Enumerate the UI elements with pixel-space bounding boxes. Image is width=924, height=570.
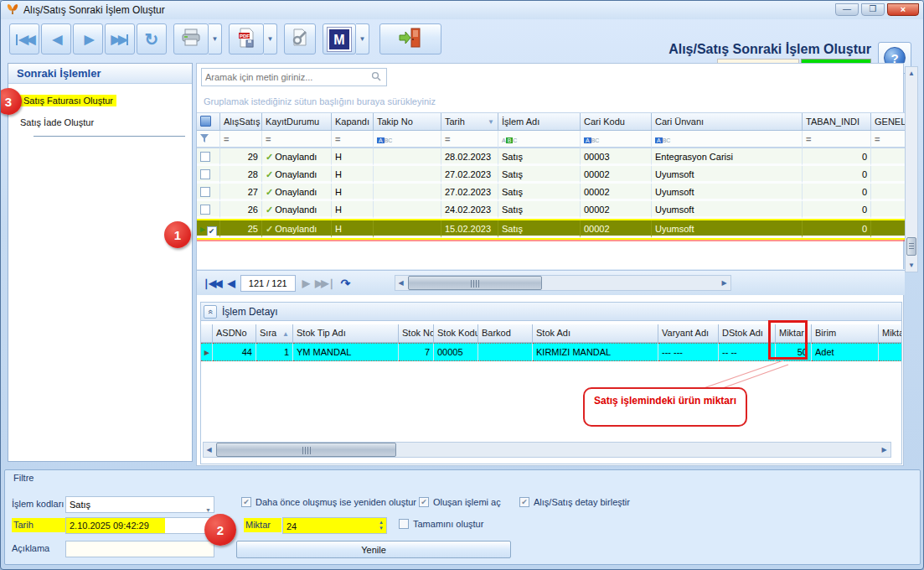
merge-detail-checkbox[interactable]: Alış/Satış detay birleştir: [519, 497, 630, 507]
vertical-scrollbar[interactable]: ▲ ▼: [905, 66, 918, 272]
column-header[interactable]: Kapandı: [332, 113, 374, 131]
detail-scroll-left-icon[interactable]: ◀: [204, 443, 214, 457]
column-header[interactable]: Stok Tip Adı: [293, 324, 399, 343]
column-header[interactable]: Varyant Adı: [658, 324, 719, 343]
grid-cell[interactable]: 00002: [581, 201, 652, 219]
grid-cell[interactable]: 00002: [581, 220, 652, 238]
grid-cell[interactable]: H: [332, 220, 374, 238]
islem-kodlari-combobox[interactable]: Satış ▼: [65, 496, 214, 513]
collapse-panel-button[interactable]: «: [204, 305, 217, 319]
sidebar-item-create-sales-return[interactable]: Satış İade Oluştur: [20, 117, 192, 127]
checkbox-icon[interactable]: [241, 497, 251, 507]
module-button[interactable]: M: [323, 23, 356, 54]
grid-cell[interactable]: 0: [803, 220, 871, 238]
grid-cell[interactable]: Uyumsoft: [652, 184, 803, 201]
grid-cell[interactable]: [374, 184, 441, 201]
filter-cell[interactable]: =: [441, 131, 498, 148]
grid-cell[interactable]: --- ---: [658, 343, 719, 361]
tarih-input[interactable]: [65, 517, 214, 534]
pager-previous-icon[interactable]: ◀: [228, 277, 234, 289]
aciklama-input[interactable]: [65, 541, 214, 557]
column-header[interactable]: AlışSatış: [220, 113, 262, 131]
column-header[interactable]: Birim: [812, 324, 879, 343]
scroll-up-icon[interactable]: ▲: [906, 67, 917, 80]
grid-cell[interactable]: 1: [256, 343, 293, 361]
column-header[interactable]: KayıtDurumu: [262, 113, 332, 131]
grid-cell[interactable]: ✓Onaylandı: [262, 201, 332, 219]
scrollbar-thumb[interactable]: [408, 276, 542, 290]
grid-cell[interactable]: H: [332, 184, 374, 201]
filter-cell[interactable]: ABC: [581, 131, 652, 148]
row-checkbox[interactable]: [200, 152, 210, 162]
grid-cell[interactable]: 26: [220, 201, 262, 219]
last-record-button[interactable]: ▶▶: [105, 23, 135, 54]
grid-cell[interactable]: KIRMIZI MANDAL: [533, 343, 658, 361]
miktar-spinner[interactable]: ▲▼: [282, 517, 387, 534]
print-button[interactable]: [173, 23, 209, 54]
table-row[interactable]: 28✓OnaylandıH27.02.2023Satış00002Uyumsof…: [197, 166, 905, 184]
pdf-export-button[interactable]: PDF: [229, 23, 264, 54]
grid-cell[interactable]: Satış: [498, 166, 581, 184]
grid-cell[interactable]: [197, 201, 220, 219]
column-header[interactable]: Stok Adı: [533, 324, 658, 343]
search-input[interactable]: [202, 72, 371, 82]
scroll-down-icon[interactable]: ▼: [906, 259, 917, 272]
column-header[interactable]: Takip No: [374, 113, 441, 131]
pager-refresh-icon[interactable]: ↷: [341, 277, 351, 290]
sidebar-item-create-sales-invoice[interactable]: Satış Faturası Oluştur: [20, 96, 192, 106]
column-header[interactable]: ▲Sıra: [256, 324, 293, 343]
filter-cell[interactable]: =: [220, 131, 262, 148]
table-row[interactable]: ▸25✓OnaylandıH15.02.2023Satış00002Uyumso…: [197, 219, 905, 240]
grid-cell[interactable]: 00003: [581, 148, 652, 166]
grid-cell[interactable]: Adet: [812, 343, 879, 361]
grid-cell[interactable]: [374, 148, 441, 166]
table-row[interactable]: 26✓OnaylandıH24.02.2023Satış00002Uyumsof…: [197, 201, 905, 219]
grid-cell[interactable]: ✓Onaylandı: [262, 220, 332, 238]
scroll-left-icon[interactable]: ◀: [395, 276, 406, 290]
grid-cell[interactable]: 15.02.2023: [441, 220, 498, 238]
grid-cell[interactable]: [201, 324, 213, 343]
grid-cell[interactable]: H: [332, 201, 374, 219]
filter-cell[interactable]: ABC: [652, 131, 803, 148]
maximize-button[interactable]: ❒: [861, 3, 885, 16]
grid-cell[interactable]: [871, 166, 905, 184]
filter-funnel-icon[interactable]: [197, 131, 220, 148]
checkbox-icon[interactable]: [399, 519, 409, 529]
grid-cell[interactable]: [871, 201, 905, 219]
column-header[interactable]: Stok Kodu: [434, 324, 478, 343]
miktar-input[interactable]: [283, 518, 374, 535]
checkbox-icon[interactable]: [519, 497, 529, 507]
grid-cell[interactable]: Satış: [498, 201, 581, 219]
grid-cell[interactable]: 00002: [581, 184, 652, 201]
grid-cell[interactable]: 29: [220, 148, 262, 166]
grid-cell[interactable]: [197, 184, 220, 201]
grid-cell[interactable]: 0: [803, 148, 871, 166]
print-dropdown-button[interactable]: ▼: [209, 23, 222, 54]
column-header[interactable]: Mikta: [879, 324, 901, 343]
column-header[interactable]: Cari Kodu: [581, 113, 652, 131]
grid-cell[interactable]: [197, 113, 220, 131]
module-dropdown-button[interactable]: ▼: [356, 23, 369, 54]
table-row[interactable]: 29✓OnaylandıH28.02.2023Satış00003Entegra…: [197, 148, 905, 166]
scroll-right-icon[interactable]: ▶: [719, 276, 730, 290]
table-row[interactable]: ===ABC=ABCABCABC==: [197, 131, 905, 148]
grid-cell[interactable]: Uyumsoft: [652, 201, 803, 219]
open-created-checkbox[interactable]: Oluşan işlemi aç: [419, 497, 501, 507]
grid-cell[interactable]: ▸: [201, 343, 213, 361]
grid-cell[interactable]: ▸: [197, 220, 220, 238]
grid-cell[interactable]: ✓Onaylandı: [262, 148, 332, 166]
grid-cell[interactable]: 27: [220, 184, 262, 201]
filter-cell[interactable]: =: [262, 131, 332, 148]
column-header[interactable]: Barkod: [478, 324, 533, 343]
grid-cell[interactable]: [374, 201, 441, 219]
column-header[interactable]: ASDNo: [213, 324, 256, 343]
column-header[interactable]: DStok Adı: [719, 324, 776, 343]
grid-cell[interactable]: [871, 184, 905, 201]
pager-first-icon[interactable]: ❘◀◀: [202, 277, 221, 289]
create-all-checkbox[interactable]: Tamamını oluştur: [399, 519, 483, 529]
spinner-up-down-icon[interactable]: ▲▼: [379, 520, 384, 531]
grid-cell[interactable]: ✓Onaylandı: [262, 184, 332, 201]
grid-cell[interactable]: 44: [213, 343, 256, 361]
search-box[interactable]: [201, 68, 387, 86]
grid-cell[interactable]: Uyumsoft: [652, 220, 803, 238]
